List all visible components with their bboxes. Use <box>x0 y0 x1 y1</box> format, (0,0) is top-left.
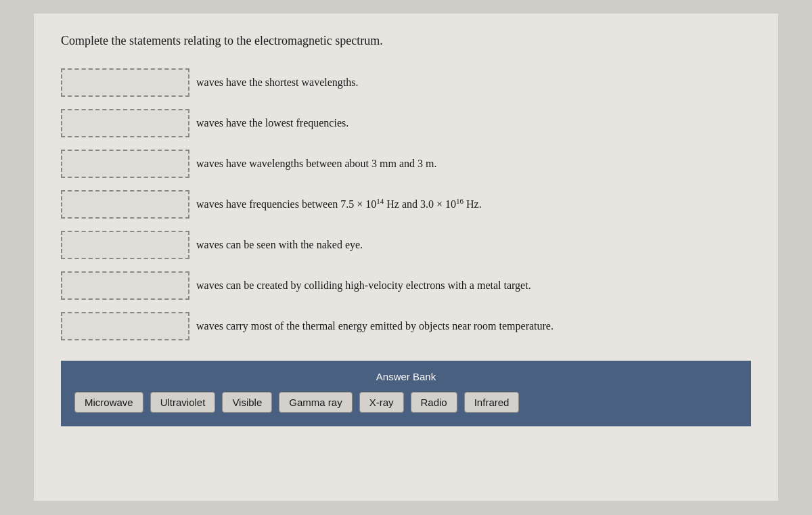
answer-chip-xray[interactable]: X-ray <box>359 392 404 413</box>
statement-text-1: waves have the shortest wavelengths. <box>196 75 358 90</box>
answer-chip-microwave[interactable]: Microwave <box>74 392 143 413</box>
drop-box-6[interactable] <box>61 271 189 300</box>
answer-chip-visible[interactable]: Visible <box>222 392 272 413</box>
statement-text-3: waves have wavelengths between about 3 m… <box>196 156 436 171</box>
statement-row-2: waves have the lowest frequencies. <box>61 109 751 137</box>
statement-text-7: waves carry most of the thermal energy e… <box>196 319 554 334</box>
answer-chip-radio[interactable]: Radio <box>411 392 457 413</box>
page-container: Complete the statements relating to the … <box>34 14 778 501</box>
drop-box-3[interactable] <box>61 150 189 178</box>
statement-row-1: waves have the shortest wavelengths. <box>61 68 751 97</box>
statement-text-2: waves have the lowest frequencies. <box>196 116 348 131</box>
answer-chip-gamma-ray[interactable]: Gamma ray <box>279 392 352 413</box>
statement-row-6: waves can be created by colliding high-v… <box>61 271 751 300</box>
answer-bank-items: Microwave Ultraviolet Visible Gamma ray … <box>74 392 738 413</box>
drop-box-4[interactable] <box>61 190 189 219</box>
statement-row-5: waves can be seen with the naked eye. <box>61 231 751 259</box>
statements-area: waves have the shortest wavelengths. wav… <box>61 68 751 340</box>
drop-box-2[interactable] <box>61 109 189 137</box>
statement-row-4: waves have frequencies between 7.5 × 101… <box>61 190 751 219</box>
statement-text-6: waves can be created by colliding high-v… <box>196 278 531 293</box>
statement-text-5: waves can be seen with the naked eye. <box>196 238 363 252</box>
answer-chip-ultraviolet[interactable]: Ultraviolet <box>150 392 216 413</box>
answer-bank-section: Answer Bank Microwave Ultraviolet Visibl… <box>61 361 751 426</box>
page-title: Complete the statements relating to the … <box>61 34 751 48</box>
drop-box-5[interactable] <box>61 231 189 259</box>
statement-text-4: waves have frequencies between 7.5 × 101… <box>196 196 482 212</box>
answer-bank-label: Answer Bank <box>74 371 738 382</box>
drop-box-1[interactable] <box>61 68 189 97</box>
drop-box-7[interactable] <box>61 312 189 340</box>
answer-chip-infrared[interactable]: Infrared <box>464 392 520 413</box>
statement-row-7: waves carry most of the thermal energy e… <box>61 312 751 340</box>
statement-row-3: waves have wavelengths between about 3 m… <box>61 150 751 178</box>
